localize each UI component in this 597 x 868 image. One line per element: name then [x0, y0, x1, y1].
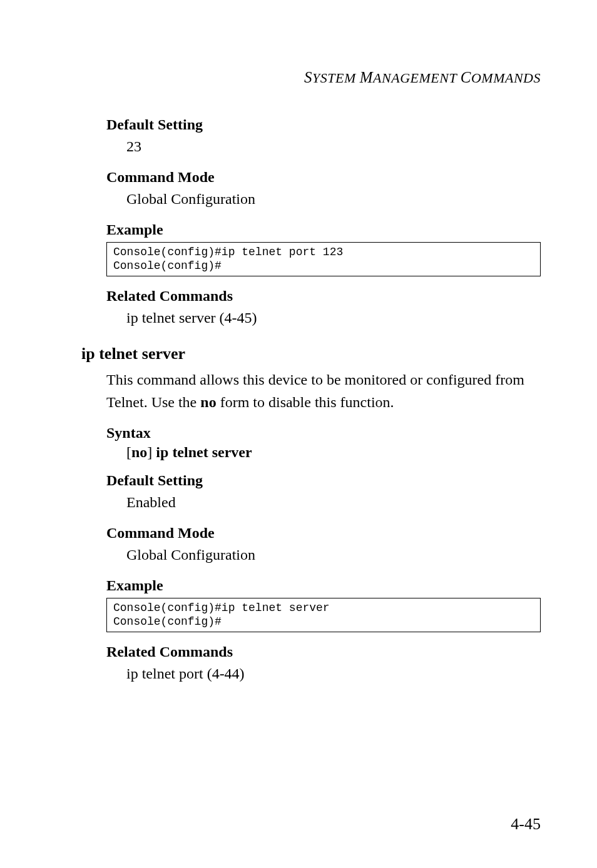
syntax-no: no [131, 444, 147, 460]
heading-example-2: Example [106, 577, 541, 594]
heading-default-setting-2: Default Setting [106, 472, 541, 489]
header-word-1: S [304, 69, 312, 86]
heading-command-mode-2: Command Mode [106, 525, 541, 542]
desc-post: form to disable this function. [217, 394, 394, 410]
command-mode-value-2: Global Configuration [126, 544, 541, 566]
code-example-2: Console(config)#ip telnet server Console… [106, 598, 541, 632]
heading-command-mode-1: Command Mode [106, 169, 541, 186]
related-value-1: ip telnet server (4-45) [126, 307, 541, 329]
desc-no: no [200, 394, 216, 410]
default-value-2: Enabled [126, 492, 541, 513]
syntax-line: [no] ip telnet server [126, 444, 541, 461]
running-header: SYSTEM MANAGEMENT COMMANDS [81, 69, 541, 86]
syntax-bracket-close: ] [147, 444, 156, 460]
header-word-2: M [360, 69, 373, 86]
heading-related-2: Related Commands [106, 643, 541, 660]
code-example-1: Console(config)#ip telnet port 123 Conso… [106, 242, 541, 276]
heading-example-1: Example [106, 221, 541, 238]
syntax-bracket-open: [ [126, 444, 131, 460]
command-mode-value-1: Global Configuration [126, 188, 541, 210]
command-description: This command allows this device to be mo… [106, 368, 541, 413]
heading-syntax: Syntax [106, 425, 541, 442]
heading-related-1: Related Commands [106, 288, 541, 305]
page-number: 4-45 [511, 815, 541, 834]
related-value-2: ip telnet port (4-44) [126, 663, 541, 685]
default-value-1: 23 [126, 136, 541, 158]
syntax-cmd: ip telnet server [156, 444, 252, 460]
heading-default-setting-1: Default Setting [106, 116, 541, 133]
command-title: ip telnet server [81, 345, 541, 363]
header-word-3: C [461, 69, 471, 86]
